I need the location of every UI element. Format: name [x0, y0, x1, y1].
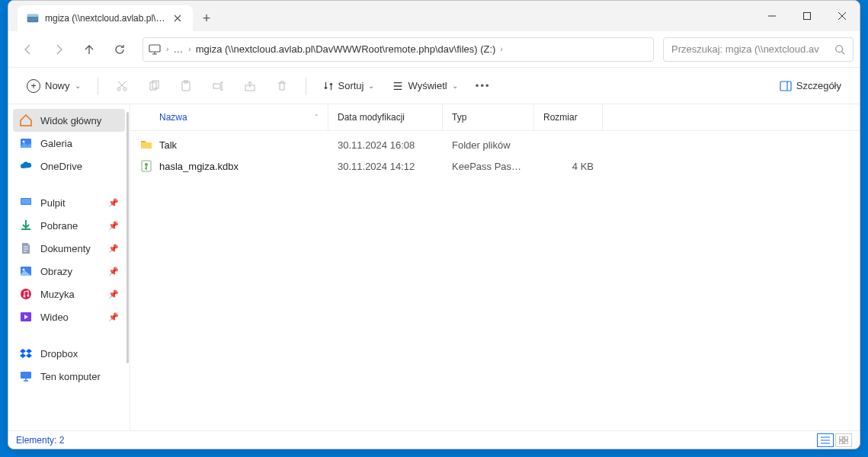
- search-icon: [834, 44, 845, 55]
- pictures-icon: [19, 264, 33, 278]
- desktop-icon: [19, 196, 33, 209]
- column-headers[interactable]: Nazwa ˄ Data modyfikacji Typ Rozmiar: [130, 104, 860, 131]
- sidebar-item-documents[interactable]: Dokumenty 📌: [13, 237, 125, 260]
- close-button[interactable]: [825, 1, 860, 31]
- tab-close-button[interactable]: [171, 12, 184, 24]
- window-controls: [754, 1, 860, 31]
- svg-point-20: [21, 289, 31, 299]
- pc-icon: [19, 369, 33, 383]
- column-header-name[interactable]: Nazwa ˄: [130, 104, 328, 130]
- new-tab-button[interactable]: +: [193, 5, 220, 31]
- file-row[interactable]: hasla_mgiza.kdbx 30.11.2024 14:12 KeePas…: [130, 155, 860, 177]
- chevron-right-icon[interactable]: ›: [500, 45, 502, 53]
- copy-button[interactable]: [141, 75, 167, 97]
- svg-rect-27: [839, 436, 843, 439]
- minimize-button[interactable]: [754, 1, 790, 31]
- share-button[interactable]: [237, 75, 263, 97]
- svg-point-5: [117, 88, 120, 91]
- pin-icon: 📌: [108, 267, 119, 276]
- toolbar: + Nowy ⌄ Sortuj ⌄ Wyświetl ⌄ ••• Szczegó…: [8, 68, 860, 104]
- file-explorer-window: mgiza (\\nextcloud.avlab.pl\Da + › … › m…: [8, 0, 860, 449]
- path-overflow[interactable]: …: [173, 43, 184, 55]
- svg-point-21: [24, 296, 26, 298]
- browser-tab[interactable]: mgiza (\\nextcloud.avlab.pl\Da: [18, 5, 193, 31]
- titlebar[interactable]: mgiza (\\nextcloud.avlab.pl\Da +: [8, 1, 860, 31]
- column-header-type[interactable]: Typ: [443, 104, 534, 130]
- pc-icon: [148, 43, 162, 56]
- status-bar: Elementy: 2: [8, 430, 860, 449]
- tab-icon: [27, 12, 39, 24]
- svg-rect-13: [780, 81, 791, 91]
- gallery-icon: [19, 136, 33, 150]
- pin-icon: 📌: [108, 244, 119, 254]
- sort-indicator-icon: ˄: [315, 113, 319, 121]
- chevron-down-icon: ⌄: [368, 81, 374, 90]
- svg-rect-1: [27, 14, 38, 17]
- svg-rect-3: [149, 45, 160, 52]
- sort-button[interactable]: Sortuj ⌄: [317, 75, 381, 96]
- dropbox-icon: [19, 347, 33, 360]
- music-icon: [19, 287, 33, 301]
- column-header-date[interactable]: Data modyfikacji: [328, 104, 443, 130]
- sidebar-item-music[interactable]: Muzyka 📌: [13, 283, 125, 305]
- onedrive-icon: [19, 159, 33, 173]
- search-input[interactable]: Przeszukaj: mgiza (\\nextcloud.av: [663, 37, 854, 62]
- column-header-size[interactable]: Rozmiar: [534, 104, 603, 130]
- file-row[interactable]: Talk 30.11.2024 16:08 Folder plików: [130, 134, 860, 155]
- svg-rect-28: [844, 436, 848, 439]
- sidebar-item-videos[interactable]: Wideo 📌: [13, 305, 125, 328]
- rename-button[interactable]: [205, 75, 231, 97]
- sidebar[interactable]: Widok główny Galeria OneDrive Pulpit 📌 P…: [8, 104, 130, 430]
- forward-button[interactable]: [45, 36, 72, 63]
- sidebar-item-pictures[interactable]: Obrazy 📌: [13, 260, 125, 283]
- details-icon: [780, 80, 792, 92]
- svg-point-26: [145, 163, 148, 166]
- refresh-button[interactable]: [106, 36, 133, 63]
- paste-button[interactable]: [173, 75, 199, 97]
- details-view-button[interactable]: [817, 433, 834, 447]
- chevron-right-icon[interactable]: ›: [188, 45, 191, 53]
- sidebar-item-downloads[interactable]: Pobrane 📌: [13, 214, 125, 237]
- details-pane-button[interactable]: Szczegóły: [774, 75, 847, 97]
- svg-rect-2: [804, 13, 811, 20]
- delete-button[interactable]: [269, 75, 295, 97]
- sidebar-item-onedrive[interactable]: OneDrive: [13, 155, 125, 177]
- pin-icon: 📌: [108, 312, 119, 322]
- chevron-right-icon[interactable]: ›: [166, 45, 168, 53]
- path-segment[interactable]: mgiza (\\nextcloud.avlab.pl\DavWWWRoot\r…: [196, 43, 496, 55]
- file-list[interactable]: Talk 30.11.2024 16:08 Folder plików hasl…: [130, 131, 860, 430]
- svg-rect-29: [839, 441, 843, 444]
- view-button[interactable]: Wyświetl ⌄: [386, 75, 463, 96]
- home-icon: [19, 113, 33, 127]
- navigation-row: › … › mgiza (\\nextcloud.avlab.pl\DavWWW…: [8, 31, 860, 68]
- sidebar-item-desktop[interactable]: Pulpit 📌: [13, 191, 125, 214]
- cut-button[interactable]: [109, 75, 135, 97]
- content-area: Nazwa ˄ Data modyfikacji Typ Rozmiar Tal…: [130, 104, 860, 430]
- chevron-down-icon: ⌄: [452, 81, 458, 90]
- pin-icon: 📌: [108, 289, 119, 299]
- svg-point-6: [123, 88, 127, 91]
- more-button[interactable]: •••: [470, 75, 496, 96]
- maximize-button[interactable]: [790, 1, 825, 31]
- sidebar-item-thispc[interactable]: Ten komputer: [13, 365, 125, 388]
- address-bar[interactable]: › … › mgiza (\\nextcloud.avlab.pl\DavWWW…: [143, 37, 654, 62]
- sidebar-item-dropbox[interactable]: Dropbox: [13, 342, 125, 365]
- up-button[interactable]: [75, 36, 103, 63]
- videos-icon: [19, 310, 33, 324]
- sidebar-item-gallery[interactable]: Galeria: [13, 132, 125, 155]
- back-button[interactable]: [14, 36, 42, 63]
- documents-icon: [19, 241, 33, 255]
- sidebar-item-home[interactable]: Widok główny: [13, 109, 125, 132]
- chevron-down-icon: ⌄: [75, 81, 81, 90]
- downloads-icon: [19, 219, 33, 232]
- folder-icon: [139, 138, 153, 152]
- tab-title: mgiza (\\nextcloud.avlab.pl\Da: [45, 13, 165, 24]
- svg-point-22: [27, 295, 30, 297]
- new-button[interactable]: + Nowy ⌄: [21, 75, 87, 97]
- thumbnails-view-button[interactable]: [835, 433, 852, 447]
- svg-rect-30: [844, 441, 848, 444]
- svg-rect-11: [213, 84, 220, 88]
- pin-icon: 📌: [108, 221, 119, 231]
- plus-circle-icon: +: [27, 79, 40, 93]
- pin-icon: 📌: [108, 198, 119, 208]
